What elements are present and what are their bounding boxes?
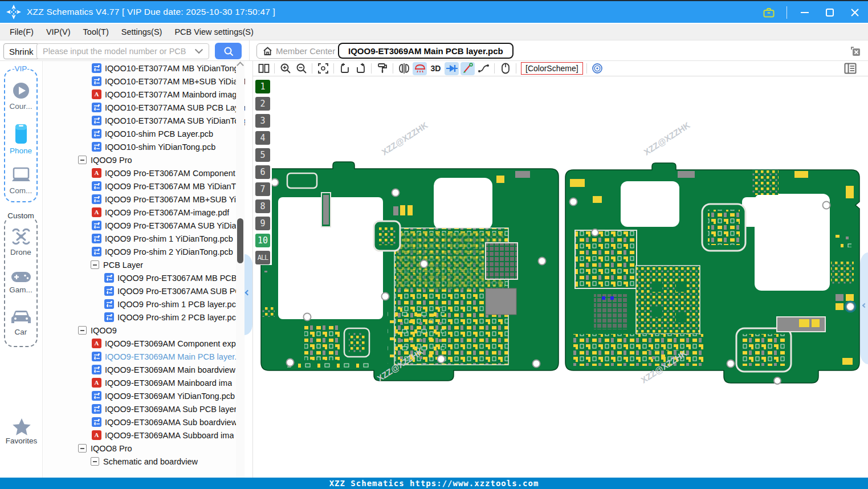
tree-item[interactable]: IQOO10-ET3077AM Mainbord image [43,88,245,101]
right-panel-collapse-handle[interactable] [860,252,868,364]
tree-item[interactable]: IQOO10-ET3077AM MB YiDianTong [43,62,245,75]
layer-button-7[interactable]: 7 [255,182,270,196]
collapse-icon[interactable] [91,457,99,466]
chevron-down-icon[interactable] [195,46,203,54]
tree-scrollbar[interactable] [236,61,244,478]
mouse-button[interactable] [498,62,512,75]
chevron-left-icon [245,290,251,296]
menubar: File(F) VIP(V) Tool(T) Settings(S) PCB V… [0,24,868,40]
colorscheme-button[interactable]: [ColorScheme] [521,62,583,75]
layer-button-5[interactable]: 5 [255,148,270,162]
layer-panel-toggle-button[interactable] [844,63,857,74]
shrink-button[interactable]: Shrink [3,43,39,59]
menu-tool[interactable]: Tool(T) [77,24,115,40]
pcb-viewport[interactable]: 1 2 3 4 5 6 7 8 9 10 ALL [253,76,868,478]
pcb-file-icon [92,103,101,112]
sidebar-item-phone[interactable]: Phone [5,123,36,155]
tree-item[interactable]: IQOO9 Pro-ET3067AM Component [43,166,245,180]
tree-item[interactable]: IQOO9-ET3069AM Mainboard ima [43,376,245,389]
tree-group[interactable]: IQOO9 [43,324,245,337]
vip-briefcase-icon[interactable] [761,5,776,20]
tree-item[interactable]: IQOO9 Pro-shim 1 PCB layer.pcb [43,298,245,311]
rotate-left-button[interactable] [337,62,352,75]
tree-item[interactable]: IQOO9-ET3069AMA Sub boardview [43,415,245,429]
paint-roller-button[interactable] [375,62,389,75]
layer-button-3[interactable]: 3 [255,114,270,128]
tree-collapse-handle[interactable] [244,254,252,335]
rotate-right-button[interactable] [353,62,368,75]
tree-item-selected[interactable]: IQOO9-ET3069AM Main PCB layer. [43,350,245,363]
pdf-file-icon [92,168,101,178]
diode-jump-button[interactable] [445,62,459,75]
sidebar-item-drone[interactable]: Drone [5,226,36,256]
lamp-button[interactable] [413,62,427,75]
sidebar-item-computer[interactable]: Com... [5,166,36,195]
layer-button-1[interactable]: 1 [255,80,270,93]
tree-item[interactable]: IQOO9 Pro-ET3067AM MB PCB [43,271,245,284]
curve-path-button[interactable] [476,62,491,75]
sidebar-item-car[interactable]: Car [5,308,36,336]
zoom-in-button[interactable] [278,62,292,75]
tree-item[interactable]: IQOO10-shim PCB Layer.pcb [43,127,245,140]
tree-item[interactable]: IQOO9-ET3069AMA Sub PCB layer. [43,402,245,415]
close-all-tabs-icon[interactable] [850,46,861,57]
tree-group[interactable]: PCB Layer [43,258,245,271]
sidebar-item-course[interactable]: Cour... [5,80,36,111]
tree-item[interactable]: IQOO10-ET3077AMA SUB PCB Layer [43,101,245,114]
menu-vip[interactable]: VIP(V) [40,24,77,40]
active-tab[interactable]: IQOO9-ET3069AM Main PCB layer.pcb [338,43,514,59]
mirror-flip-button[interactable] [397,62,411,75]
threed-button[interactable]: 3D [429,62,443,75]
home-icon [263,47,272,56]
pcb-file-icon [92,76,101,86]
tree-scrollbar-thumb[interactable] [237,218,243,263]
tree-item[interactable]: IQOO9 Pro-ET3067AM-image.pdf [43,206,245,219]
tree-item[interactable]: IQOO9 Pro-shim 1 YiDianTong.pcb [43,232,245,245]
fit-screen-button[interactable] [316,62,330,75]
collapse-icon[interactable] [78,444,87,453]
collapse-icon[interactable] [91,260,99,269]
collapse-icon[interactable] [78,156,87,164]
app-logo-icon [5,3,22,21]
menu-file[interactable]: File(F) [3,24,40,40]
minimize-button[interactable] [797,5,812,20]
sidebar-item-game[interactable]: Gam... [5,270,36,294]
tree-item[interactable]: IQOO9 Pro-ET3067AMA SUB YiDia [43,219,245,232]
menu-settings[interactable]: Settings(S) [115,24,169,40]
tree-item[interactable]: IQOO9-ET3069AMA Subboard ima [43,429,245,442]
layer-button-all[interactable]: ALL [255,251,270,264]
close-button[interactable] [847,5,862,20]
tree-item[interactable]: IQOO9-ET3069AM Main boardview [43,363,245,376]
tree-group[interactable]: Schematic and boardview [43,455,245,468]
layer-button-10[interactable]: 10 [255,234,270,247]
search-box[interactable] [36,43,209,59]
layer-button-2[interactable]: 2 [255,97,270,111]
tree-item[interactable]: IQOO9-ET3069AM Component exp [43,337,245,350]
tree-item[interactable]: IQOO9 Pro-ET3067AMA SUB PC [43,284,245,298]
layer-button-6[interactable]: 6 [255,165,270,179]
measure-pen-button[interactable] [461,62,475,75]
layer-button-9[interactable]: 9 [255,217,270,230]
tree-item[interactable]: IQOO10-shim YiDianTong.pcb [43,140,245,153]
member-center-button[interactable]: Member Center [256,43,341,59]
tree-item[interactable]: IQOO9 Pro-shim 2 PCB layer.pcb [43,311,245,324]
maximize-button[interactable] [822,5,837,20]
tree-item[interactable]: IQOO10-ET3077AM MB+SUB YiDianTong [43,75,245,88]
tree-item[interactable]: IQOO9 Pro-shim 2 YiDianTong.pcb [43,245,245,258]
search-button[interactable] [215,43,242,59]
tree-group[interactable]: IQOO9 Pro [43,153,245,166]
search-input[interactable] [37,47,196,56]
zoom-out-button[interactable] [294,62,308,75]
sidebar-item-favorites[interactable]: Favorites [0,417,43,445]
layer-button-4[interactable]: 4 [255,131,270,145]
split-view-button[interactable] [256,62,271,75]
tree-item[interactable]: IQOO9 Pro-ET3067AM MB+SUB Yi [43,193,245,206]
visibility-button[interactable] [590,62,605,75]
tree-group[interactable]: IQOO8 Pro [43,442,245,455]
menu-pcb-view-settings[interactable]: PCB View settings(S) [168,24,259,40]
layer-button-8[interactable]: 8 [255,199,270,213]
tree-item[interactable]: IQOO9-ET3069AM YiDianTong.pcb [43,389,245,402]
tree-item[interactable]: IQOO10-ET3077AMA SUB YiDianTong [43,114,245,127]
collapse-icon[interactable] [78,326,87,335]
tree-item[interactable]: IQOO9 Pro-ET3067AM MB YiDianT [43,180,245,193]
